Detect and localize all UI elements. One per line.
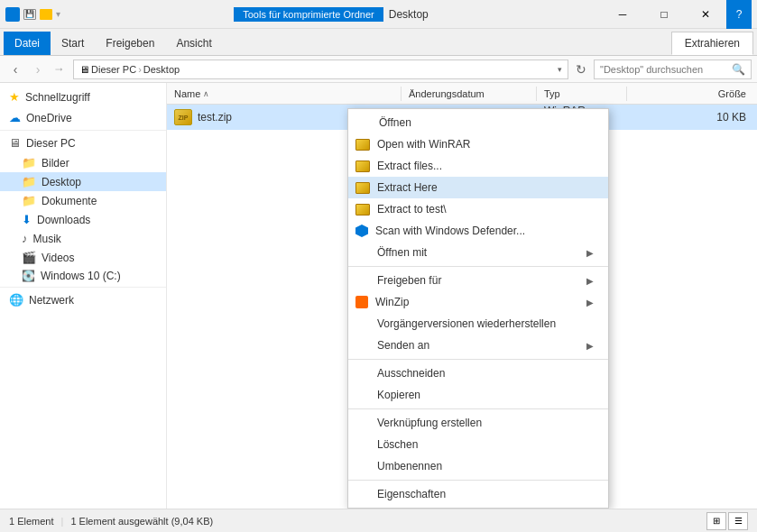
window-title: Desktop: [389, 8, 429, 21]
status-count: 1 Element: [9, 516, 54, 527]
sidebar-item-videos[interactable]: 🎬 Videos: [0, 248, 166, 267]
file-name-text: test.zip: [198, 111, 232, 124]
tab-ansicht[interactable]: Ansicht: [165, 32, 222, 55]
sidebar-item-dokumente[interactable]: 📁 Dokumente: [0, 191, 166, 210]
col-type[interactable]: Typ: [537, 87, 627, 101]
forward-button[interactable]: ›: [28, 60, 48, 79]
sidebar-item-netzwerk[interactable]: 🌐 Netzwerk: [0, 289, 166, 310]
ctx-item-properties[interactable]: Eigenschaften: [348, 483, 608, 505]
ctx-winrar-icon: [355, 139, 370, 151]
view-controls: ⊞ ☰: [706, 512, 748, 530]
view-list-button[interactable]: ⊞: [706, 512, 726, 530]
folder-desktop-icon: 📁: [22, 175, 36, 188]
context-menu: Öffnen Open with WinRAR Extract files...…: [347, 108, 609, 509]
cloud-icon: ☁: [9, 111, 21, 124]
ctx-item-extract-here[interactable]: Extract Here: [348, 177, 608, 198]
tab-freigeben[interactable]: Freigeben: [95, 32, 165, 55]
ctx-item-winzip[interactable]: WinZip ▶: [348, 291, 608, 313]
ctx-item-rename[interactable]: Umbenennen: [348, 455, 608, 477]
address-dropdown-arrow[interactable]: ▾: [558, 65, 562, 74]
ctx-winzip-icon: [355, 296, 368, 308]
zip-file-icon: ZIP: [174, 109, 192, 125]
title-bar-center: Tools für komprimierte Ordner Desktop: [60, 7, 602, 22]
sidebar-item-musik[interactable]: ♪ Musik: [0, 229, 166, 248]
ctx-item-defender[interactable]: Scan with Windows Defender...: [348, 220, 608, 242]
sidebar-item-dieser-pc[interactable]: 🖥 Dieser PC: [0, 133, 166, 153]
pc-icon: 🖥: [9, 136, 21, 150]
ribbon-tabs: Datei Start Freigeben Ansicht Extrahiere…: [0, 29, 757, 56]
sidebar-item-schnellzugriff[interactable]: ★ Schnellzugriff: [0, 87, 166, 107]
minimize-button[interactable]: ─: [602, 0, 643, 29]
address-bar[interactable]: 🖥 Dieser PC › Desktop ▾: [73, 60, 568, 79]
sidebar-label-schnellzugriff: Schnellzugriff: [25, 91, 90, 104]
ctx-arrow-share: ▶: [586, 276, 594, 286]
sidebar-label-netzwerk: Netzwerk: [29, 294, 74, 307]
view-details-button[interactable]: ☰: [728, 512, 748, 530]
ctx-item-open-with[interactable]: Öffnen mit ▶: [348, 242, 608, 263]
sidebar-label-dieser-pc: Dieser PC: [26, 137, 76, 150]
star-icon: ★: [9, 90, 20, 104]
sidebar-separator: [0, 130, 166, 131]
col-size[interactable]: Größe: [627, 87, 757, 101]
col-name[interactable]: Name ∧: [167, 87, 402, 101]
ctx-item-shortcut[interactable]: Verknüpfung erstellen: [348, 412, 608, 434]
ribbon-tools-label: Tools für komprimierte Ordner: [234, 7, 383, 22]
quick-access-icon: [40, 9, 52, 20]
sidebar-item-bilder[interactable]: 📁 Bilder: [0, 153, 166, 172]
close-button[interactable]: ✕: [685, 0, 726, 29]
drive-icon: 💽: [22, 270, 35, 282]
tab-start[interactable]: Start: [51, 32, 95, 55]
search-icon: 🔍: [732, 63, 745, 76]
ctx-item-restore[interactable]: Vorgängerversionen wiederherstellen: [348, 313, 608, 335]
ctx-sep4: [348, 480, 608, 481]
ctx-sep3: [348, 408, 608, 409]
sidebar-item-downloads[interactable]: ⬇ Downloads: [0, 210, 166, 229]
back-button[interactable]: ‹: [5, 60, 25, 79]
breadcrumb-dieser-pc[interactable]: Dieser PC: [91, 64, 136, 75]
network-icon: 🌐: [9, 293, 23, 307]
ctx-item-cut[interactable]: Ausschneiden: [348, 362, 608, 384]
video-icon: 🎬: [22, 251, 36, 264]
download-icon: ⬇: [22, 213, 32, 226]
search-box[interactable]: 🔍: [594, 60, 752, 79]
sidebar: ★ Schnellzugriff ☁ OneDrive 🖥 Dieser PC …: [0, 83, 167, 509]
search-input[interactable]: [600, 64, 729, 75]
file-area: Name ∧ Änderungsdatum Typ Größe ZIP test…: [167, 83, 757, 509]
app-icon: [5, 7, 20, 22]
sidebar-label-videos: Videos: [42, 252, 74, 264]
sidebar-item-onedrive[interactable]: ☁ OneDrive: [0, 107, 166, 128]
folder-dokumente-icon: 📁: [22, 194, 36, 207]
file-column-headers: Name ∧ Änderungsdatum Typ Größe: [167, 83, 757, 105]
breadcrumb-pc-icon: 🖥: [79, 64, 89, 75]
col-date[interactable]: Änderungsdatum: [402, 87, 537, 101]
save-icon: 💾: [23, 9, 36, 20]
ctx-arrow-winzip: ▶: [586, 298, 594, 307]
main-area: ★ Schnellzugriff ☁ OneDrive 🖥 Dieser PC …: [0, 83, 757, 509]
tab-extrahieren[interactable]: Extrahieren: [671, 32, 753, 55]
breadcrumb-desktop[interactable]: Desktop: [143, 64, 180, 75]
sidebar-label-dokumente: Dokumente: [42, 195, 97, 207]
ctx-item-delete[interactable]: Löschen: [348, 434, 608, 455]
ctx-sep1: [348, 266, 608, 267]
sidebar-item-desktop[interactable]: 📁 Desktop: [0, 172, 166, 191]
file-cell-size: 10 KB: [627, 109, 757, 125]
ctx-item-extract-to[interactable]: Extract to test\: [348, 198, 608, 220]
refresh-button[interactable]: ↻: [571, 60, 591, 79]
up-button[interactable]: ↑: [51, 60, 70, 79]
maximize-button[interactable]: □: [643, 0, 685, 29]
ctx-item-copy[interactable]: Kopieren: [348, 384, 608, 406]
status-sep: |: [61, 516, 64, 527]
sidebar-item-windows-c[interactable]: 💽 Windows 10 (C:): [0, 267, 166, 285]
help-button[interactable]: ?: [726, 0, 752, 29]
ctx-item-open-winrar[interactable]: Open with WinRAR: [348, 133, 608, 155]
ctx-item-send-to[interactable]: Senden an ▶: [348, 335, 608, 356]
ctx-extract-files-icon: [355, 161, 370, 172]
sidebar-label-bilder: Bilder: [42, 157, 69, 170]
title-bar: 💾 ▾ Tools für komprimierte Ordner Deskto…: [0, 0, 757, 29]
tab-datei[interactable]: Datei: [4, 32, 51, 55]
ctx-item-share[interactable]: Freigeben für ▶: [348, 270, 608, 291]
ctx-extract-here-icon: [355, 182, 370, 194]
status-selected: 1 Element ausgewählt (9,04 KB): [70, 516, 213, 527]
ctx-item-open[interactable]: Öffnen: [348, 112, 608, 133]
ctx-item-extract-files[interactable]: Extract files...: [348, 155, 608, 177]
